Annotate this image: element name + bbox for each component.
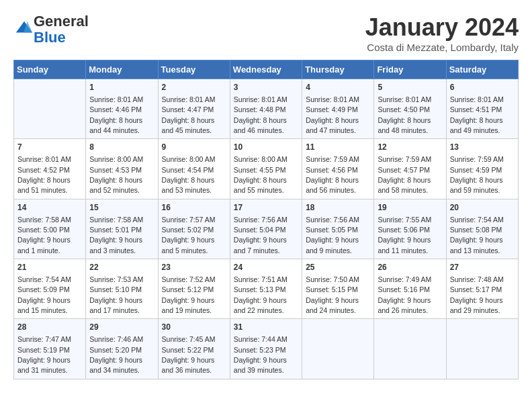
day-number: 1 — [89, 82, 154, 93]
calendar-cell: 13 Sunrise: 7:59 AMSunset: 4:59 PMDaylig… — [446, 139, 518, 199]
calendar-cell: 30 Sunrise: 7:45 AMSunset: 5:22 PMDaylig… — [158, 319, 230, 379]
sunrise-info: Sunrise: 7:57 AMSunset: 5:02 PMDaylight:… — [162, 216, 216, 255]
calendar-cell: 19 Sunrise: 7:55 AMSunset: 5:06 PMDaylig… — [374, 199, 446, 259]
day-number: 14 — [17, 202, 82, 214]
weekday-header: Saturday — [446, 60, 518, 79]
weekday-header: Thursday — [302, 60, 374, 79]
sunrise-info: Sunrise: 8:01 AMSunset: 4:49 PMDaylight:… — [306, 95, 359, 134]
calendar-header-row: SundayMondayTuesdayWednesdayThursdayFrid… — [14, 60, 519, 79]
calendar-cell: 17 Sunrise: 7:56 AMSunset: 5:04 PMDaylig… — [230, 199, 302, 259]
calendar-cell: 6 Sunrise: 8:01 AMSunset: 4:51 PMDayligh… — [446, 79, 518, 139]
sunrise-info: Sunrise: 8:00 AMSunset: 4:54 PMDaylight:… — [162, 155, 216, 194]
calendar-cell: 31 Sunrise: 7:44 AMSunset: 5:23 PMDaylig… — [230, 319, 302, 379]
day-number: 9 — [162, 142, 226, 153]
logo-general-text: General — [34, 13, 89, 30]
page-header: General Blue January 2024 Costa di Mezza… — [13, 13, 519, 53]
sunrise-info: Sunrise: 8:01 AMSunset: 4:48 PMDaylight:… — [234, 95, 287, 134]
day-number: 8 — [89, 142, 154, 153]
day-number: 5 — [378, 82, 442, 93]
logo-blue-text: Blue — [34, 29, 66, 46]
day-number: 2 — [162, 82, 226, 93]
day-number: 26 — [378, 262, 442, 273]
logo-icon — [15, 19, 34, 38]
day-number: 12 — [378, 142, 442, 153]
logo: General Blue — [13, 13, 89, 46]
calendar-cell: 21 Sunrise: 7:54 AMSunset: 5:09 PMDaylig… — [14, 259, 86, 319]
calendar-subtitle: Costa di Mezzate, Lombardy, Italy — [365, 42, 519, 53]
day-number: 6 — [450, 82, 515, 93]
calendar-cell: 25 Sunrise: 7:50 AMSunset: 5:15 PMDaylig… — [302, 259, 374, 319]
calendar-week-row: 21 Sunrise: 7:54 AMSunset: 5:09 PMDaylig… — [14, 259, 519, 319]
sunrise-info: Sunrise: 7:52 AMSunset: 5:12 PMDaylight:… — [162, 275, 216, 314]
sunrise-info: Sunrise: 7:46 AMSunset: 5:20 PMDaylight:… — [89, 335, 143, 374]
sunrise-info: Sunrise: 7:48 AMSunset: 5:17 PMDaylight:… — [450, 275, 504, 314]
day-number: 24 — [234, 262, 298, 273]
weekday-header: Tuesday — [158, 60, 230, 79]
sunrise-info: Sunrise: 8:01 AMSunset: 4:51 PMDaylight:… — [450, 95, 504, 134]
day-number: 29 — [89, 322, 154, 333]
sunrise-info: Sunrise: 7:59 AMSunset: 4:59 PMDaylight:… — [450, 155, 504, 194]
day-number: 25 — [306, 262, 370, 273]
sunrise-info: Sunrise: 7:59 AMSunset: 4:56 PMDaylight:… — [306, 155, 359, 194]
calendar-cell: 24 Sunrise: 7:51 AMSunset: 5:13 PMDaylig… — [230, 259, 302, 319]
day-number: 23 — [162, 262, 226, 273]
calendar-cell — [374, 319, 446, 379]
sunrise-info: Sunrise: 7:45 AMSunset: 5:22 PMDaylight:… — [162, 335, 216, 374]
sunrise-info: Sunrise: 7:54 AMSunset: 5:08 PMDaylight:… — [450, 216, 504, 255]
day-number: 20 — [450, 202, 515, 214]
calendar-cell: 16 Sunrise: 7:57 AMSunset: 5:02 PMDaylig… — [158, 199, 230, 259]
sunrise-info: Sunrise: 8:00 AMSunset: 4:53 PMDaylight:… — [89, 155, 143, 194]
day-number: 15 — [89, 202, 154, 214]
sunrise-info: Sunrise: 7:58 AMSunset: 5:00 PMDaylight:… — [17, 216, 71, 255]
weekday-header: Sunday — [14, 60, 86, 79]
calendar-cell: 12 Sunrise: 7:59 AMSunset: 4:57 PMDaylig… — [374, 139, 446, 199]
day-number: 10 — [234, 142, 298, 153]
calendar-cell: 10 Sunrise: 8:00 AMSunset: 4:55 PMDaylig… — [230, 139, 302, 199]
sunrise-info: Sunrise: 7:55 AMSunset: 5:06 PMDaylight:… — [378, 216, 431, 255]
calendar-week-row: 14 Sunrise: 7:58 AMSunset: 5:00 PMDaylig… — [14, 199, 519, 259]
day-number: 11 — [306, 142, 370, 153]
day-number: 31 — [234, 322, 298, 333]
calendar-cell: 18 Sunrise: 7:56 AMSunset: 5:05 PMDaylig… — [302, 199, 374, 259]
sunrise-info: Sunrise: 7:56 AMSunset: 5:05 PMDaylight:… — [306, 216, 359, 255]
calendar-week-row: 28 Sunrise: 7:47 AMSunset: 5:19 PMDaylig… — [14, 319, 519, 379]
sunrise-info: Sunrise: 7:49 AMSunset: 5:16 PMDaylight:… — [378, 275, 431, 314]
calendar-cell: 9 Sunrise: 8:00 AMSunset: 4:54 PMDayligh… — [158, 139, 230, 199]
sunrise-info: Sunrise: 7:54 AMSunset: 5:09 PMDaylight:… — [17, 275, 71, 314]
calendar-cell — [446, 319, 518, 379]
calendar-cell: 4 Sunrise: 8:01 AMSunset: 4:49 PMDayligh… — [302, 79, 374, 139]
calendar-table: SundayMondayTuesdayWednesdayThursdayFrid… — [13, 60, 519, 379]
calendar-cell: 14 Sunrise: 7:58 AMSunset: 5:00 PMDaylig… — [14, 199, 86, 259]
calendar-cell: 28 Sunrise: 7:47 AMSunset: 5:19 PMDaylig… — [14, 319, 86, 379]
sunrise-info: Sunrise: 8:01 AMSunset: 4:46 PMDaylight:… — [89, 95, 143, 134]
calendar-cell: 2 Sunrise: 8:01 AMSunset: 4:47 PMDayligh… — [158, 79, 230, 139]
calendar-cell: 23 Sunrise: 7:52 AMSunset: 5:12 PMDaylig… — [158, 259, 230, 319]
sunrise-info: Sunrise: 8:01 AMSunset: 4:52 PMDaylight:… — [17, 155, 71, 194]
calendar-cell: 22 Sunrise: 7:53 AMSunset: 5:10 PMDaylig… — [86, 259, 158, 319]
calendar-cell: 8 Sunrise: 8:00 AMSunset: 4:53 PMDayligh… — [86, 139, 158, 199]
calendar-cell: 15 Sunrise: 7:58 AMSunset: 5:01 PMDaylig… — [86, 199, 158, 259]
calendar-cell: 27 Sunrise: 7:48 AMSunset: 5:17 PMDaylig… — [446, 259, 518, 319]
day-number: 30 — [162, 322, 226, 333]
day-number: 18 — [306, 202, 370, 214]
calendar-cell: 26 Sunrise: 7:49 AMSunset: 5:16 PMDaylig… — [374, 259, 446, 319]
day-number: 17 — [234, 202, 298, 214]
sunrise-info: Sunrise: 8:01 AMSunset: 4:47 PMDaylight:… — [162, 95, 216, 134]
sunrise-info: Sunrise: 7:47 AMSunset: 5:19 PMDaylight:… — [17, 335, 71, 374]
day-number: 13 — [450, 142, 515, 153]
calendar-cell: 1 Sunrise: 8:01 AMSunset: 4:46 PMDayligh… — [86, 79, 158, 139]
day-number: 16 — [162, 202, 226, 214]
sunrise-info: Sunrise: 8:01 AMSunset: 4:50 PMDaylight:… — [378, 95, 431, 134]
sunrise-info: Sunrise: 8:00 AMSunset: 4:55 PMDaylight:… — [234, 155, 287, 194]
weekday-header: Wednesday — [230, 60, 302, 79]
sunrise-info: Sunrise: 7:51 AMSunset: 5:13 PMDaylight:… — [234, 275, 287, 314]
calendar-cell: 29 Sunrise: 7:46 AMSunset: 5:20 PMDaylig… — [86, 319, 158, 379]
day-number: 7 — [17, 142, 82, 153]
calendar-title: January 2024 — [365, 13, 519, 42]
weekday-header: Friday — [374, 60, 446, 79]
weekday-header: Monday — [86, 60, 158, 79]
day-number: 22 — [89, 262, 154, 273]
sunrise-info: Sunrise: 7:59 AMSunset: 4:57 PMDaylight:… — [378, 155, 431, 194]
calendar-cell — [302, 319, 374, 379]
calendar-cell: 5 Sunrise: 8:01 AMSunset: 4:50 PMDayligh… — [374, 79, 446, 139]
